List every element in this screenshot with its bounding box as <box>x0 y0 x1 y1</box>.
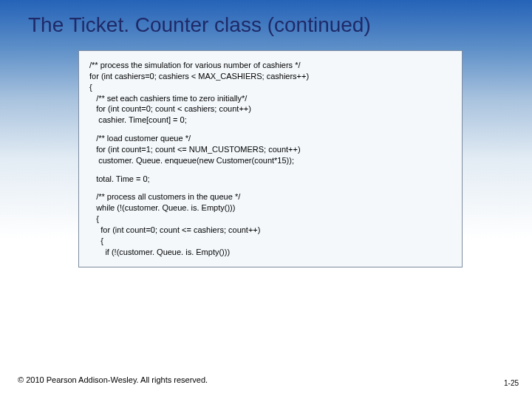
slide-title: The Ticket. Counter class (continued) <box>0 0 532 37</box>
code-paragraph-3: total. Time = 0; <box>89 174 451 185</box>
code-panel: /** process the simulation for various n… <box>78 50 463 267</box>
page-number: 1-25 <box>504 379 519 387</box>
copyright-notice: © 2010 Pearson Addison-Wesley. All right… <box>18 375 208 384</box>
code-paragraph-4: /** process all customers in the queue *… <box>89 191 451 257</box>
code-paragraph-1: /** process the simulation for various n… <box>89 60 451 126</box>
code-paragraph-2: /** load customer queue */ for (int coun… <box>89 133 451 166</box>
